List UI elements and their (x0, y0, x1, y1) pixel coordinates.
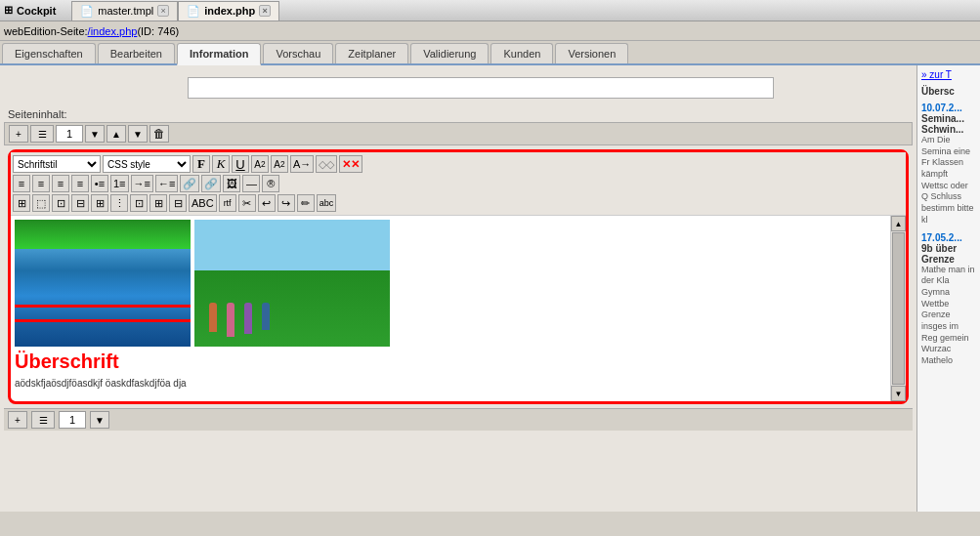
tab-kunden[interactable]: Kunden (490, 43, 553, 63)
special2-btn[interactable]: ✕✕ (339, 155, 362, 173)
tab-icon-master: 📄 (80, 5, 94, 18)
cockpit-icon: ⊞ (4, 4, 13, 17)
sidebar-date2: 17.05.2... (921, 232, 976, 243)
link-btn[interactable]: 🔗 (180, 175, 199, 192)
schriftstil-select[interactable]: Schriftstil (13, 155, 101, 173)
align-left-btn[interactable]: ≡ (13, 175, 30, 192)
tab-information[interactable]: Information (177, 43, 262, 65)
nav-tabs: Eigenschaften Bearbeiten Information Vor… (0, 41, 980, 65)
add-item-btn[interactable]: + (9, 125, 28, 143)
tab-close-index[interactable]: × (259, 5, 271, 17)
list-icon-btn[interactable]: ☰ (30, 125, 54, 143)
tool2-btn[interactable]: ⬚ (32, 194, 50, 212)
bottom-list-btn[interactable]: ☰ (31, 411, 55, 429)
tab-zeitplaner[interactable]: Zeitplaner (335, 43, 408, 63)
unlink-btn[interactable]: 🔗 (201, 175, 221, 192)
tool9-btn[interactable]: ⊟ (169, 194, 187, 212)
ol-btn[interactable]: 1≡ (110, 175, 129, 192)
arrow-btn[interactable]: A→ (290, 155, 314, 173)
browser-tab-master[interactable]: 📄 master.tmpl × (71, 1, 178, 21)
scrollbar-up-btn[interactable]: ▲ (891, 216, 906, 231)
italic-btn[interactable]: K (212, 155, 230, 173)
tool5-btn[interactable]: ⊞ (91, 194, 108, 212)
tool8-btn[interactable]: ⊞ (149, 194, 167, 212)
tab-label-index: index.php (204, 5, 255, 17)
tab-validierung[interactable]: Validierung (410, 43, 489, 63)
tool3-btn[interactable]: ⊡ (52, 194, 69, 212)
tab-label-master: master.tmpl (98, 5, 153, 17)
scrollbar-thumb[interactable] (892, 232, 905, 385)
scrollbar-down-btn[interactable]: ▼ (891, 386, 906, 401)
tool10-btn[interactable]: ABC (189, 194, 217, 212)
bottom-level-input[interactable] (59, 411, 86, 429)
spellcheck-btn[interactable]: abc (317, 194, 337, 212)
editor-scrollbar: ▲ ▼ (890, 216, 906, 401)
bottom-toolbar: + ☰ ▼ (4, 408, 913, 431)
tab-bearbeiten[interactable]: Bearbeiten (98, 43, 175, 63)
sidebar-title1: Semina... Schwin... (921, 113, 976, 135)
tool7-btn[interactable]: ⊡ (130, 194, 148, 212)
up-btn[interactable]: ▲ (107, 125, 126, 143)
body-text: aödskfjaösdjföasdkjf öaskdfaskdjföa dja (15, 377, 886, 391)
editor-content[interactable]: Überschrift aödskfjaösdjföasdkjf öaskdfa… (11, 216, 890, 401)
undo-btn[interactable]: ↩ (258, 194, 276, 212)
dropdown-btn[interactable]: ▼ (85, 125, 105, 143)
runners-image (194, 220, 390, 347)
align-justify-btn[interactable]: ≡ (71, 175, 89, 192)
title-bar: ⊞ Cockpit 📄 master.tmpl × 📄 index.php × (0, 0, 980, 21)
editor-container: Schriftstil CSS style F K U A2 A2 A→ ◇◇ … (8, 149, 909, 404)
tool4-btn[interactable]: ⊟ (71, 194, 89, 212)
indent-btn[interactable]: →≡ (131, 175, 153, 192)
pencil-btn[interactable]: ✏ (297, 194, 315, 212)
tab-versionen[interactable]: Versionen (555, 43, 628, 63)
align-center-btn[interactable]: ≡ (32, 175, 50, 192)
main-panel: Seiteninhalt: + ☰ ▼ ▲ ▼ 🗑 Schriftstil CS (0, 65, 916, 512)
hr-btn[interactable]: — (242, 175, 260, 192)
bottom-dropdown-btn[interactable]: ▼ (90, 411, 109, 429)
tab-close-master[interactable]: × (157, 5, 169, 17)
redo-btn[interactable]: ↪ (277, 194, 295, 212)
editor-toolbar-row2: ≡ ≡ ≡ ≡ •≡ 1≡ →≡ ←≡ 🔗 🔗 🖼 — ® (13, 174, 904, 193)
address-prefix: webEdition-Seite: (4, 25, 88, 37)
editor-toolbar: Schriftstil CSS style F K U A2 A2 A→ ◇◇ … (11, 152, 906, 216)
bold-btn[interactable]: F (192, 155, 210, 173)
level-input[interactable] (56, 125, 83, 143)
sidebar-ueberschrift-section: Übersc (921, 86, 976, 97)
seiteninhalt-label: Seiteninhalt: (4, 106, 913, 122)
tab-eigenschaften[interactable]: Eigenschaften (2, 43, 96, 63)
down-btn[interactable]: ▼ (128, 125, 148, 143)
tab-vorschau[interactable]: Vorschau (263, 43, 333, 63)
app-name-label: Cockpit (17, 5, 56, 17)
editor-toolbar-row3: ⊞ ⬚ ⊡ ⊟ ⊞ ⋮ ⊡ ⊞ ⊟ ABC rtf ✂ ↩ ↪ ✏ abc (13, 193, 904, 213)
rtf-btn[interactable]: rtf (219, 194, 236, 212)
top-input[interactable] (188, 77, 773, 99)
bottom-add-btn[interactable]: + (8, 411, 27, 429)
browser-tab-index[interactable]: 📄 index.php × (178, 1, 279, 21)
pool-image (15, 220, 191, 347)
superscript-btn[interactable]: A2 (271, 155, 288, 173)
scissors-btn[interactable]: ✂ (238, 194, 256, 212)
outdent-btn[interactable]: ←≡ (155, 175, 178, 192)
tool6-btn[interactable]: ⋮ (110, 194, 128, 212)
editor-body: Überschrift aödskfjaösdjföasdkjf öaskdfa… (11, 216, 906, 401)
address-link[interactable]: /index.php (88, 25, 138, 37)
tab-icon-index: 📄 (187, 5, 200, 18)
sidebar-link-section: » zur T (921, 69, 976, 80)
sidebar-link[interactable]: » zur T (921, 69, 952, 80)
registered-btn[interactable]: ® (262, 175, 279, 192)
sidebar-text1: Am Die Semina eine Fr Klassen kämpft Wet… (921, 135, 976, 227)
delete-btn[interactable]: 🗑 (149, 125, 169, 143)
app-title: ⊞ Cockpit (4, 4, 56, 17)
underline-btn[interactable]: U (232, 155, 249, 173)
sidebar-date1: 10.07.2... (921, 103, 976, 113)
subscript-btn[interactable]: A2 (251, 155, 269, 173)
table-btn[interactable]: ⊞ (13, 194, 30, 212)
ul-btn[interactable]: •≡ (91, 175, 108, 192)
special1-btn[interactable]: ◇◇ (316, 155, 337, 173)
address-bar: webEdition-Seite: /index.php (ID: 746) (0, 21, 980, 41)
sidebar-event1: 10.07.2... Semina... Schwin... Am Die Se… (921, 103, 976, 227)
css-style-select[interactable]: CSS style (103, 155, 191, 173)
align-right-btn[interactable]: ≡ (52, 175, 69, 192)
image-btn[interactable]: 🖼 (223, 175, 240, 192)
right-sidebar: » zur T Übersc 10.07.2... Semina... Schw… (916, 65, 980, 512)
